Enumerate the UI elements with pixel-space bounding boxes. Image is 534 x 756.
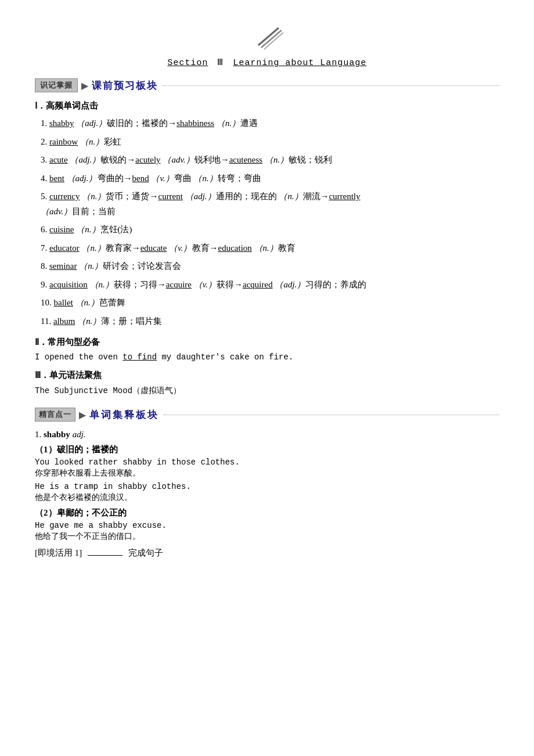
grammar-topic: The Subjunctive Mood（虚拟语气） <box>35 386 499 396</box>
list-item: 7. educator （n.）教育家→educate （v.）教育→educa… <box>41 241 499 256</box>
section2-badge: 精言点一 <box>35 408 75 422</box>
block1-title: Ⅰ．高频单词点击 <box>35 100 499 111</box>
svg-line-2 <box>264 33 283 49</box>
list-item: 1. shabby （adj.）破旧的；褴褛的→shabbiness （n.）遭… <box>41 116 499 131</box>
list-item: 5. currency （n.）货币；通货→current （adj.）通用的；… <box>41 189 499 219</box>
fillblank-instruction: 完成句子 <box>128 548 163 557</box>
list-item: 6. cuisine （n.）烹饪(法) <box>41 222 499 237</box>
list-item: 3. acute （adj.）敏锐的→acutely （adv.）锐利地→acu… <box>41 153 499 168</box>
example3-en: He gave me a shabby excuse. <box>35 521 499 530</box>
list-item: 11. album （n.）薄；册；唱片集 <box>41 314 499 329</box>
example1-zh: 你穿那种衣服看上去很寒酸。 <box>35 468 499 478</box>
list-item: 9. acquisition （n.）获得；习得→acquire （v.）获得→… <box>41 278 499 293</box>
example2-en: He is a tramp in shabby clothes. <box>35 482 499 491</box>
sentence-example: I opened the oven to find my daughter's … <box>35 352 499 362</box>
example3-zh: 他给了我一个不正当的借口。 <box>35 531 499 542</box>
section2-header: 精言点一 ▶ 单词集释板块 <box>35 408 499 422</box>
list-item: 4. bent （adj.）弯曲的→bend （v.）弯曲 （n.）转弯；弯曲 <box>41 171 499 186</box>
prereview-header: 识记掌握 ▶ 课前预习板块 <box>35 78 499 92</box>
word-entry: 1. shabby adj. <box>35 430 499 440</box>
fillblank-label: [即境活用 1] <box>35 548 82 557</box>
prereview-arrow: ▶ <box>81 80 88 91</box>
prereview-badge: 识记掌握 <box>35 78 78 92</box>
list-item: 8. seminar （n.）研讨会；讨论发言会 <box>41 259 499 274</box>
word-meaning2: （2）卑鄙的；不公正的 <box>35 507 499 519</box>
fillblank-row: [即境活用 1] 完成句子 <box>35 548 499 559</box>
word-section: 1. shabby adj. （1）破旧的；褴褛的 You looked rat… <box>35 430 499 559</box>
section2-title: 单词集释板块 <box>89 408 159 422</box>
section2-arrow: ▶ <box>79 409 86 420</box>
block3-title: Ⅲ．单元语法聚焦 <box>35 370 499 381</box>
list-item: 2. rainbow （n.）彩虹 <box>41 135 499 150</box>
dotted-divider <box>163 85 499 86</box>
block2-title: Ⅱ．常用句型必备 <box>35 337 499 348</box>
example1-en: You looked rather shabby in those clothe… <box>35 458 499 467</box>
section-num: Ⅲ <box>217 58 223 68</box>
svg-line-0 <box>258 28 279 45</box>
prereview-title: 课前预习板块 <box>92 79 158 92</box>
section-label: Section <box>167 58 208 68</box>
logo <box>250 23 284 55</box>
page-header: Section Ⅲ Learning about Language <box>35 23 499 68</box>
dotted-divider2 <box>164 415 499 415</box>
svg-line-1 <box>261 30 282 48</box>
example2-zh: 他是个衣衫褴褛的流浪汉。 <box>35 492 499 503</box>
word-meaning1: （1）破旧的；褴褛的 <box>35 444 499 455</box>
list-item: 10. ballet （n.）芭蕾舞 <box>41 296 499 311</box>
vocab-list: 1. shabby （adj.）破旧的；褴褛的→shabbiness （n.）遭… <box>41 116 499 329</box>
header-title-row: Section Ⅲ Learning about Language <box>35 57 499 68</box>
section-subtitle: Learning about Language <box>233 58 367 68</box>
